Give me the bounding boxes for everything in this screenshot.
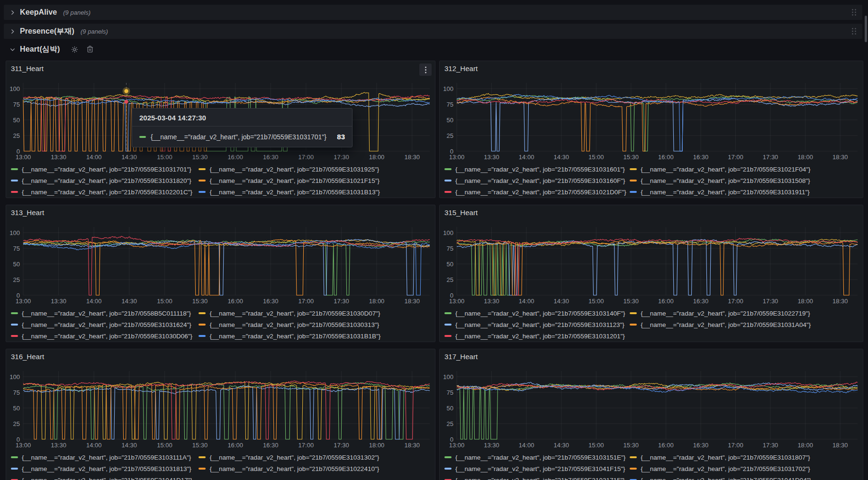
svg-text:75: 75 — [447, 245, 453, 252]
legend-item[interactable]: {__name__="radar_v2_heart", job="21b7/05… — [11, 175, 199, 186]
legend-series-label: {__name__="radar_v2_heart", job="21b7/05… — [209, 333, 380, 340]
row-settings-button[interactable] — [71, 45, 79, 54]
legend-item[interactable]: {__name__="radar_v2_heart", job="21b7/05… — [11, 319, 199, 330]
legend-item[interactable]: {__name__="radar_v2_heart", job="21b7/05… — [630, 319, 861, 330]
panel-title[interactable]: 313_Heart — [11, 208, 416, 217]
svg-text:14:30: 14:30 — [122, 298, 137, 305]
row-presence[interactable]: Presence(부재) (9 panels) — [4, 24, 862, 39]
legend-item[interactable]: {__name__="radar_v2_heart", job="21b7/05… — [11, 308, 199, 319]
row-delete-button[interactable] — [86, 45, 94, 54]
legend-series-label: {__name__="radar_v2_heart", job="21b7/05… — [455, 477, 625, 480]
gear-icon — [71, 45, 79, 54]
panel-title[interactable]: 311_Heart — [11, 64, 416, 72]
legend-item[interactable]: {__name__="radar_v2_heart", job="21b7/05… — [630, 452, 861, 463]
row-title: Heart(심박) — [20, 45, 60, 54]
legend-series-swatch — [199, 168, 206, 170]
legend-series-label: {__name__="radar_v2_heart", job="21b7/05… — [22, 310, 191, 317]
legend-series-label: {__name__="radar_v2_heart", job="21b7/05… — [22, 333, 192, 340]
legend-item[interactable]: {__name__="radar_v2_heart", job="21b7/05… — [444, 330, 630, 342]
row-heart[interactable]: Heart(심박) — [4, 44, 862, 55]
legend-item[interactable]: {__name__="radar_v2_heart", job="21b7/05… — [630, 463, 861, 474]
legend-item[interactable]: {__name__="radar_v2_heart", job="21b7/05… — [199, 463, 433, 474]
svg-text:14:30: 14:30 — [553, 442, 569, 449]
legend-item[interactable]: {__name__="radar_v2_heart", job="21b7/05… — [11, 330, 199, 342]
svg-text:14:00: 14:00 — [86, 154, 102, 161]
legend-series-label: {__name__="radar_v2_heart", job="21b7/05… — [455, 310, 625, 317]
legend: {__name__="radar_v2_heart", job="21b7/05… — [444, 452, 861, 480]
legend-series-swatch — [11, 168, 18, 170]
svg-text:100: 100 — [443, 229, 453, 236]
row-drag-handle-icon[interactable] — [851, 27, 857, 35]
legend-item[interactable]: {__name__="radar_v2_heart", job="21b7/05… — [444, 452, 630, 463]
svg-text:100: 100 — [9, 85, 20, 92]
legend-series-swatch — [11, 456, 18, 458]
legend-item[interactable]: {__name__="radar_v2_heart", job="21b7/05… — [444, 463, 630, 474]
tooltip-series-value: 83 — [337, 133, 345, 141]
legend-item[interactable]: {__name__="radar_v2_heart", job="21b7/05… — [444, 163, 630, 175]
legend-item[interactable]: {__name__="radar_v2_heart", job="21b7/05… — [11, 474, 199, 480]
legend-item[interactable]: {__name__="radar_v2_heart", job="21b7/05… — [630, 163, 861, 175]
svg-text:17:30: 17:30 — [763, 298, 778, 305]
panel-title[interactable]: 316_Heart — [11, 353, 416, 361]
legend-series-swatch — [444, 456, 452, 458]
legend-item[interactable]: {__name__="radar_v2_heart", job="21b7/05… — [199, 452, 433, 463]
legend-item[interactable]: {__name__="radar_v2_heart", job="21b7/05… — [444, 308, 630, 319]
legend-series-swatch — [444, 468, 452, 470]
legend-series-label: {__name__="radar_v2_heart", job="21b7/05… — [641, 166, 810, 173]
svg-text:17:30: 17:30 — [334, 442, 349, 449]
svg-text:18:30: 18:30 — [404, 154, 420, 161]
legend-item[interactable]: {__name__="radar_v2_heart", job="21b7/05… — [199, 163, 433, 175]
svg-text:50: 50 — [447, 117, 453, 124]
legend-item[interactable]: {__name__="radar_v2_heart", job="21b7/05… — [199, 175, 433, 186]
legend-series-swatch — [630, 191, 637, 193]
legend-item[interactable]: {__name__="radar_v2_heart", job="21b7/05… — [444, 186, 630, 198]
svg-text:18:30: 18:30 — [404, 442, 420, 449]
legend-item[interactable]: {__name__="radar_v2_heart", job="21b7/05… — [199, 308, 433, 319]
legend-item[interactable]: {__name__="radar_v2_heart", job="21b7/05… — [630, 474, 861, 480]
svg-text:14:00: 14:00 — [519, 298, 534, 305]
legend-item[interactable]: {__name__="radar_v2_heart", job="21b7/05… — [630, 186, 861, 198]
legend-item[interactable]: {__name__="radar_v2_heart", job="21b7/05… — [199, 186, 433, 198]
legend-series-label: {__name__="radar_v2_heart", job="21b7/05… — [22, 177, 191, 184]
svg-text:0: 0 — [450, 436, 453, 443]
legend-item[interactable]: {__name__="radar_v2_heart", job="21b7/05… — [11, 452, 199, 463]
trash-icon — [86, 45, 94, 53]
svg-text:14:00: 14:00 — [519, 442, 534, 449]
legend-item[interactable]: {__name__="radar_v2_heart", job="21b7/05… — [11, 186, 199, 198]
legend-series-label: {__name__="radar_v2_heart", job="21b7/05… — [22, 166, 191, 173]
legend-item[interactable]: {__name__="radar_v2_heart", job="21b7/05… — [444, 319, 630, 330]
svg-text:50: 50 — [447, 261, 453, 268]
svg-text:15:00: 15:00 — [157, 154, 172, 161]
vertical-scrollbar-thumb[interactable] — [865, 16, 867, 42]
panel: 317_Heart 13:0013:3014:0014:3015:0015:30… — [439, 349, 863, 480]
panel-title[interactable]: 315_Heart — [444, 208, 844, 217]
row-drag-handle-icon[interactable] — [851, 9, 857, 16]
legend-item[interactable]: {__name__="radar_v2_heart", job="21b7/05… — [11, 463, 199, 474]
legend-series-label: {__name__="radar_v2_heart", job="21b7/05… — [22, 465, 191, 472]
legend-item[interactable]: {__name__="radar_v2_heart", job="21b7/05… — [444, 474, 630, 480]
svg-text:15:30: 15:30 — [192, 442, 208, 449]
panel-title[interactable]: 312_Heart — [444, 64, 844, 72]
svg-text:100: 100 — [9, 229, 20, 236]
legend-series-swatch — [199, 335, 206, 337]
panel-menu-button[interactable] — [419, 63, 432, 76]
legend-item[interactable]: {__name__="radar_v2_heart", job="21b7/05… — [630, 308, 861, 319]
legend-item[interactable]: {__name__="radar_v2_heart", job="21b7/05… — [199, 330, 433, 342]
legend-series-label: {__name__="radar_v2_heart", job="21b7/05… — [455, 166, 625, 173]
legend-series-swatch — [11, 324, 18, 326]
legend: {__name__="radar_v2_heart", job="21b7/05… — [11, 308, 433, 342]
svg-text:0: 0 — [450, 148, 453, 155]
svg-text:13:30: 13:30 — [484, 442, 499, 449]
legend-series-label: {__name__="radar_v2_heart", job="21b7/05… — [209, 177, 379, 184]
panel-title[interactable]: 317_Heart — [444, 353, 844, 361]
svg-text:16:00: 16:00 — [227, 442, 243, 449]
legend-series-swatch — [11, 468, 18, 470]
row-keepalive[interactable]: KeepAlive (9 panels) — [4, 5, 862, 20]
svg-text:17:00: 17:00 — [728, 298, 743, 305]
legend-item[interactable]: {__name__="radar_v2_heart", job="21b7/05… — [199, 319, 433, 330]
legend-item[interactable]: {__name__="radar_v2_heart", job="21b7/05… — [444, 175, 630, 186]
legend-series-swatch — [630, 468, 637, 470]
legend-item[interactable]: {__name__="radar_v2_heart", job="21b7/05… — [11, 163, 199, 175]
svg-text:15:30: 15:30 — [624, 298, 639, 305]
legend-item[interactable]: {__name__="radar_v2_heart", job="21b7/05… — [630, 175, 861, 186]
